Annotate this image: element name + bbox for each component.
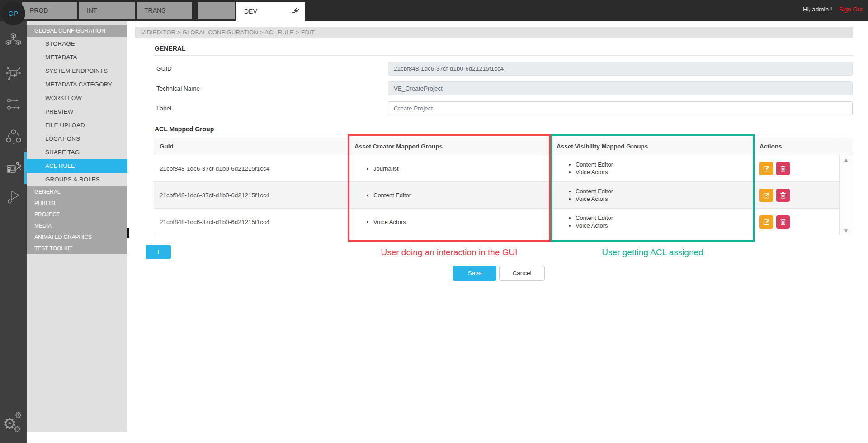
- sidebar-item-locations[interactable]: LOCATIONS: [27, 132, 127, 146]
- sidebar-section-test-toolkit[interactable]: TEST TOOLKIT: [27, 243, 127, 254]
- sidebar-item-file-upload[interactable]: FILE UPLOAD: [27, 119, 127, 132]
- environment-tabs: PRODINTTRANSDEV: [22, 2, 305, 21]
- edit-button[interactable]: [760, 162, 773, 175]
- annotation-visibility-column: User getting ACL assigned: [551, 248, 755, 257]
- creator-groups-list: Voice Actors: [349, 218, 406, 226]
- actions-cell: [754, 209, 839, 235]
- tab-label: DEV: [244, 8, 257, 15]
- form-actions: Save Cancel: [453, 266, 545, 281]
- column-header-scrollbar: [839, 138, 853, 155]
- table-row: 21cbf848-1dc6-37cf-d1b0-6d21215f1cc4Jour…: [154, 155, 839, 182]
- trash-icon: [780, 192, 786, 199]
- sidebar-item-system-endpoints[interactable]: SYSTEM ENDPOINTS: [27, 64, 127, 78]
- sidebar-item-preview[interactable]: PREVIEW: [27, 105, 127, 119]
- column-header-actions: Actions: [754, 138, 839, 155]
- delete-button[interactable]: [776, 215, 790, 229]
- field-label: Technical Name: [154, 81, 388, 95]
- env-tab-unlabeled[interactable]: [198, 2, 235, 19]
- form-row: Label: [154, 101, 853, 115]
- settings-gear-small-icon: ⚙: [14, 425, 21, 433]
- acl-table-header: GuidAsset Creator Mapped GroupsAsset Vis…: [154, 138, 853, 155]
- add-mapping-button[interactable]: +: [146, 245, 171, 259]
- edit-icon: [763, 219, 770, 225]
- play-gear-icon[interactable]: [0, 190, 27, 204]
- group-item: Voice Actors: [576, 222, 613, 229]
- sidebar-section-publish[interactable]: PUBLISH: [27, 198, 127, 209]
- delete-button[interactable]: [776, 162, 790, 175]
- acl-table-zone: GuidAsset Creator Mapped GroupsAsset Vis…: [154, 138, 853, 288]
- annotation-creator-column: User doing an interaction in the GUI: [348, 248, 551, 257]
- env-tab-dev[interactable]: DEV: [236, 2, 305, 21]
- sidebar-collapsed-sections: GENERALPUBLISHPROJECTMEDIAANIMATED GRAPH…: [27, 186, 127, 254]
- field-label: GUID: [154, 62, 388, 76]
- creator-groups-cell: Voice Actors: [349, 209, 551, 235]
- table-scrollbar[interactable]: ▲ ▼: [839, 155, 853, 235]
- sidebar-section-animated-graphics[interactable]: ANIMATED GRAPHICS: [27, 232, 127, 243]
- sidebar-section-media[interactable]: MEDIA: [27, 220, 127, 232]
- field-label: Label: [154, 101, 388, 115]
- sidebar-item-groups-roles[interactable]: GROUPS & ROLES: [27, 173, 127, 186]
- sidebar-item-workflow[interactable]: WORKFLOW: [27, 91, 127, 105]
- sidebar-item-metadata[interactable]: METADATA: [27, 51, 127, 64]
- sidebar: GLOBAL CONFIGURATION STORAGEMETADATASYST…: [27, 21, 127, 432]
- general-section-title: GENERAL: [154, 45, 853, 52]
- guid-input: [388, 62, 853, 76]
- user-area: Hi, admin ! Sign Out: [803, 0, 863, 18]
- cancel-button[interactable]: Cancel: [499, 266, 545, 281]
- env-tab-trans[interactable]: TRANS: [137, 2, 192, 19]
- divider: [154, 55, 853, 56]
- acl-section-title: ACL Mapped Group: [154, 125, 853, 133]
- group-item: Voice Actors: [373, 219, 406, 225]
- trash-icon: [780, 165, 786, 172]
- avatar[interactable]: CP: [1, 1, 25, 25]
- scroll-up-icon[interactable]: ▲: [840, 157, 853, 162]
- env-tab-prod[interactable]: PROD: [22, 2, 77, 19]
- sidebar-section-general[interactable]: GENERAL: [27, 186, 127, 198]
- form-row: GUID: [154, 62, 853, 76]
- save-button[interactable]: Save: [453, 266, 496, 281]
- edit-icon: [763, 192, 770, 199]
- creator-groups-list: Content Editor: [349, 191, 411, 200]
- sidebar-section-global-configuration[interactable]: GLOBAL CONFIGURATION: [27, 25, 127, 37]
- plug-icon: [292, 7, 299, 14]
- actions-cell: [754, 182, 839, 208]
- group-item: Journalist: [373, 165, 399, 172]
- cube-cycle-icon[interactable]: [0, 129, 27, 144]
- breadcrumb: VIDIEDITOR > GLOBAL CONFIGURATION > ACL …: [135, 27, 853, 38]
- visibility-groups-list: Content EditorVoice Actors: [551, 187, 613, 203]
- guid-cell: 21cbf848-1dc6-37cf-d1b0-6d21215f1cc4: [154, 155, 349, 181]
- creator-groups-cell: Journalist: [349, 155, 551, 181]
- divider: [154, 136, 853, 136]
- scroll-down-icon[interactable]: ▼: [840, 229, 853, 233]
- sidebar-item-acl-rule[interactable]: ACL RULE: [27, 159, 127, 173]
- sidebar-item-metadata-category[interactable]: METADATA CATEGORY: [27, 78, 127, 91]
- icon-rail: ⚙ ⚙ ⚙: [0, 21, 27, 443]
- column-header-asset-creator-mapped-groups: Asset Creator Mapped Groups: [349, 138, 551, 155]
- sign-out-link[interactable]: Sign Out: [839, 6, 863, 13]
- visibility-groups-cell: Content EditorVoice Actors: [551, 182, 754, 208]
- sidebar-menu: STORAGEMETADATASYSTEM ENDPOINTSMETADATA …: [27, 37, 127, 186]
- edit-button[interactable]: [760, 189, 773, 202]
- technical-name-input: [388, 81, 853, 95]
- edit-button[interactable]: [760, 215, 773, 229]
- sidebar-item-shape-tag[interactable]: SHAPE TAG: [27, 146, 127, 159]
- guid-cell: 21cbf848-1dc6-37cf-d1b0-6d21215f1cc4: [154, 209, 349, 235]
- form-row: Technical Name: [154, 81, 853, 95]
- acl-table: GuidAsset Creator Mapped GroupsAsset Vis…: [154, 138, 853, 235]
- sidebar-section-project[interactable]: PROJECT: [27, 209, 127, 220]
- workflow-icon[interactable]: [0, 97, 27, 112]
- group-item: Content Editor: [576, 214, 613, 221]
- table-row: 21cbf848-1dc6-37cf-d1b0-6d21215f1cc4Cont…: [154, 182, 839, 209]
- label-input[interactable]: [388, 101, 853, 115]
- edit-icon: [763, 165, 770, 172]
- assets-cubes-icon[interactable]: [0, 33, 27, 48]
- topbar: PRODINTTRANSDEV Hi, admin ! Sign Out: [0, 0, 868, 21]
- device-network-icon[interactable]: [0, 66, 27, 82]
- env-tab-int[interactable]: INT: [79, 2, 135, 19]
- visibility-groups-list: Content EditorVoice Actors: [551, 214, 613, 230]
- sidebar-item-storage[interactable]: STORAGE: [27, 37, 127, 51]
- delete-button[interactable]: [776, 189, 790, 202]
- tab-label: TRANS: [144, 7, 165, 14]
- trash-icon: [780, 219, 786, 225]
- video-editor-icon[interactable]: [0, 161, 27, 176]
